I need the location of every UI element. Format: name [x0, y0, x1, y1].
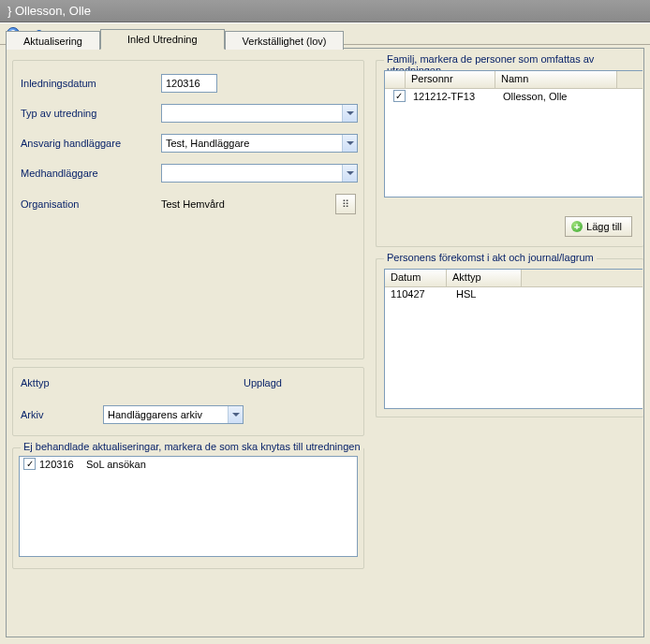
window-title: Ollesson, Olle [15, 4, 91, 18]
ej-list[interactable]: ✓ 120316 SoL ansökan [19, 456, 358, 557]
familj-th-personnr[interactable]: Personnr [406, 71, 495, 88]
familj-table[interactable]: Personnr Namn ✓ 121212-TF13 Ollesson, Ol… [384, 70, 643, 198]
add-person-label: Lägg till [586, 221, 622, 232]
dropdown-typ[interactable] [161, 104, 358, 123]
ej-legend: Ej behandlade aktualiseringar, markera d… [21, 441, 363, 452]
familj-row-checkbox[interactable]: ✓ [393, 90, 406, 102]
dropdown-medhandlaggare[interactable] [161, 164, 358, 183]
dropdown-arkiv-text: Handläggarens arkiv [104, 409, 228, 420]
familj-th-namn[interactable]: Namn [495, 71, 617, 88]
familj-row-personnr: 121212-TF13 [409, 91, 499, 102]
label-inledningsdatum: Inledningsdatum [21, 78, 161, 89]
familj-group: Familj, markera de personer som omfattas… [376, 60, 643, 247]
ej-list-row[interactable]: ✓ 120316 SoL ansökan [20, 457, 357, 471]
familj-row-namn: Ollesson, Olle [499, 91, 567, 102]
familj-thead: Personnr Namn [385, 71, 643, 89]
forekomst-row[interactable]: 110427 HSL [385, 287, 643, 300]
tab-inled-utredning[interactable]: Inled Utredning [100, 29, 225, 50]
forekomst-row-akttyp: HSL [451, 288, 476, 300]
tab-verkstallighet[interactable]: Verkställighet (lov) [225, 31, 345, 50]
tab-panel: Inledningsdatum Typ av utredning Ansvari… [6, 48, 644, 637]
ej-row-checkbox[interactable]: ✓ [23, 458, 36, 470]
dropdown-ansvarig[interactable]: Test, Handläggare [161, 134, 358, 153]
dropdown-arkiv[interactable]: Handläggarens arkiv [103, 405, 244, 424]
forekomst-th-datum[interactable]: Datum [385, 270, 447, 286]
dropdown-typ-button[interactable] [342, 105, 357, 122]
tab-aktualisering[interactable]: Aktualisering [6, 31, 100, 50]
akt-group: Akttyp Upplagd Arkiv Handläggarens arkiv [12, 367, 364, 436]
label-medhandlaggare: Medhandläggare [21, 168, 161, 179]
dropdown-med-button[interactable] [342, 165, 357, 182]
chevron-down-icon [347, 141, 354, 145]
forekomst-row-datum: 110427 [389, 288, 451, 300]
dropdown-ansvarig-text: Test, Handläggare [162, 138, 342, 149]
dropdown-arkiv-button[interactable] [228, 406, 243, 423]
label-akttyp: Akttyp [21, 377, 244, 388]
label-upplagd: Upplagd [244, 377, 282, 388]
label-organisation: Organisation [21, 198, 161, 210]
ej-group: Ej behandlade aktualiseringar, markera d… [12, 447, 364, 569]
forekomst-thead: Datum Akttyp [385, 270, 643, 287]
chevron-down-icon [232, 413, 240, 417]
add-person-button[interactable]: + Lägg till [565, 216, 632, 237]
tab-strip: Aktualisering Inled Utredning Verkställi… [6, 28, 344, 49]
ej-row-text: SoL ansökan [86, 459, 146, 470]
forekomst-legend: Personens förekomst i akt och journal/la… [384, 252, 597, 263]
plus-icon: + [571, 221, 583, 232]
label-ansvarig: Ansvarig handläggare [21, 138, 161, 149]
familj-row[interactable]: ✓ 121212-TF13 Ollesson, Olle [385, 89, 643, 103]
label-typ: Typ av utredning [21, 108, 161, 119]
input-inledningsdatum[interactable] [161, 74, 217, 93]
chevron-down-icon [347, 111, 354, 115]
forekomst-table[interactable]: Datum Akttyp 110427 HSL [384, 269, 643, 409]
label-arkiv: Arkiv [21, 409, 103, 420]
ej-row-date: 120316 [39, 459, 86, 470]
familj-th-check[interactable] [385, 71, 406, 88]
value-organisation: Test Hemvård [161, 198, 330, 210]
dropdown-ansvarig-button[interactable] [342, 135, 357, 152]
forekomst-group: Personens förekomst i akt och journal/la… [376, 258, 643, 417]
title-bar: } Ollesson, Olle [0, 0, 650, 22]
title-prefix: } [7, 4, 11, 18]
forekomst-th-akttyp[interactable]: Akttyp [447, 270, 522, 286]
org-browse-button[interactable]: ⠿ [335, 194, 356, 214]
form-group: Inledningsdatum Typ av utredning Ansvari… [12, 60, 364, 359]
chevron-down-icon [347, 171, 354, 175]
org-tree-icon: ⠿ [342, 198, 349, 211]
